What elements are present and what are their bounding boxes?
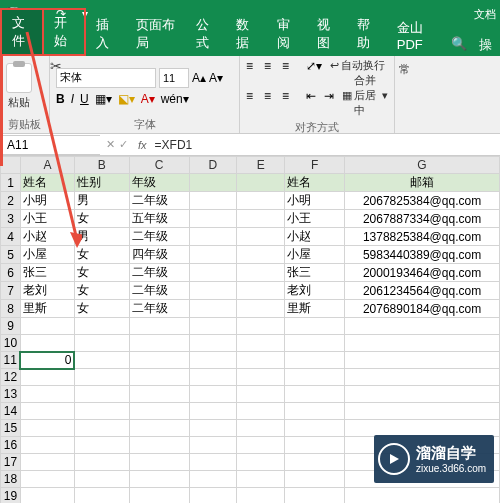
cell[interactable]: 2061234564@qq.com <box>345 282 500 300</box>
cell[interactable] <box>285 437 345 454</box>
cut-icon[interactable]: ✂ <box>50 58 62 74</box>
cell[interactable] <box>189 352 237 369</box>
wrap-text-button[interactable]: ↩自动换行 <box>330 58 385 73</box>
cell[interactable]: 小屋 <box>20 246 74 264</box>
cell[interactable]: 2000193464@qq.com <box>345 264 500 282</box>
row-header[interactable]: 17 <box>1 454 21 471</box>
cell[interactable]: 小赵 <box>285 228 345 246</box>
align-middle-icon[interactable]: ≡ <box>264 59 280 73</box>
ops-text[interactable]: 操 <box>475 34 496 56</box>
cell[interactable]: 女 <box>74 282 129 300</box>
cell[interactable] <box>345 352 500 369</box>
grow-font-icon[interactable]: A▴ <box>192 71 206 85</box>
cell[interactable]: 性别 <box>74 174 129 192</box>
cell[interactable]: 老刘 <box>285 282 345 300</box>
tab-file[interactable]: 文件 <box>0 8 44 56</box>
cell[interactable] <box>237 386 285 403</box>
row-header[interactable]: 16 <box>1 437 21 454</box>
align-bottom-icon[interactable]: ≡ <box>282 59 298 73</box>
cell[interactable] <box>189 420 237 437</box>
row-header[interactable]: 5 <box>1 246 21 264</box>
cell[interactable] <box>285 352 345 369</box>
cell[interactable]: 里斯 <box>20 300 74 318</box>
cell[interactable] <box>345 386 500 403</box>
cell[interactable] <box>237 264 285 282</box>
select-all-corner[interactable] <box>1 157 21 174</box>
cell[interactable] <box>237 454 285 471</box>
cell[interactable] <box>20 386 74 403</box>
tab-formula[interactable]: 公式 <box>186 12 226 56</box>
row-header[interactable]: 7 <box>1 282 21 300</box>
search-icon[interactable]: 🔍 <box>447 34 471 56</box>
cell[interactable] <box>237 282 285 300</box>
cell[interactable] <box>285 318 345 335</box>
cell[interactable] <box>237 403 285 420</box>
cell[interactable] <box>237 437 285 454</box>
cell[interactable] <box>129 386 189 403</box>
cell[interactable]: 2076890184@qq.com <box>345 300 500 318</box>
cell[interactable]: 老刘 <box>20 282 74 300</box>
cell[interactable]: 姓名 <box>285 174 345 192</box>
cell[interactable]: 小王 <box>285 210 345 228</box>
fill-color-button[interactable]: ⬕▾ <box>118 92 135 106</box>
cell[interactable] <box>74 420 129 437</box>
cell[interactable]: 2067825384@qq.com <box>345 192 500 210</box>
cell[interactable] <box>129 437 189 454</box>
row-header[interactable]: 18 <box>1 471 21 488</box>
cell[interactable] <box>20 318 74 335</box>
cell[interactable] <box>20 437 74 454</box>
tab-review[interactable]: 审阅 <box>267 12 307 56</box>
cell[interactable] <box>237 192 285 210</box>
cell[interactable] <box>129 318 189 335</box>
cell[interactable] <box>189 437 237 454</box>
cell[interactable]: 二年级 <box>129 282 189 300</box>
cell[interactable] <box>237 228 285 246</box>
cell[interactable] <box>285 335 345 352</box>
cell[interactable]: 邮箱 <box>345 174 500 192</box>
cell[interactable]: 二年级 <box>129 264 189 282</box>
cell[interactable]: 5983440389@qq.com <box>345 246 500 264</box>
cell[interactable] <box>129 471 189 488</box>
cell[interactable]: 男 <box>74 192 129 210</box>
cell[interactable] <box>189 403 237 420</box>
cell[interactable] <box>285 454 345 471</box>
cell[interactable] <box>189 300 237 318</box>
cell[interactable]: 姓名 <box>20 174 74 192</box>
tab-pdf[interactable]: 金山PDF <box>387 15 447 56</box>
cell[interactable] <box>129 369 189 386</box>
cell[interactable]: 里斯 <box>285 300 345 318</box>
cell[interactable]: 小明 <box>285 192 345 210</box>
cell[interactable] <box>74 471 129 488</box>
cell[interactable] <box>189 335 237 352</box>
cell[interactable]: 女 <box>74 264 129 282</box>
row-header[interactable]: 10 <box>1 335 21 352</box>
cell[interactable] <box>189 318 237 335</box>
cell[interactable] <box>189 386 237 403</box>
fx-icon[interactable]: fx <box>134 139 151 151</box>
border-button[interactable]: ▦▾ <box>95 92 112 106</box>
cell[interactable] <box>237 318 285 335</box>
tab-layout[interactable]: 页面布局 <box>126 12 186 56</box>
col-header-A[interactable]: A <box>20 157 74 174</box>
cell[interactable] <box>74 352 129 369</box>
increase-indent-icon[interactable]: ⇥ <box>324 89 334 103</box>
accept-formula-icon[interactable]: ✓ <box>119 138 128 151</box>
cell[interactable] <box>20 335 74 352</box>
tab-data[interactable]: 数据 <box>226 12 266 56</box>
cell[interactable] <box>74 488 129 504</box>
cell[interactable] <box>189 488 237 504</box>
cell[interactable] <box>20 488 74 504</box>
cell[interactable] <box>285 420 345 437</box>
cell[interactable] <box>189 192 237 210</box>
cell[interactable] <box>345 335 500 352</box>
cell[interactable] <box>189 246 237 264</box>
cell[interactable] <box>237 488 285 504</box>
cell[interactable]: 女 <box>74 246 129 264</box>
row-header[interactable]: 4 <box>1 228 21 246</box>
row-header[interactable]: 14 <box>1 403 21 420</box>
cell[interactable]: 小屋 <box>285 246 345 264</box>
cell[interactable] <box>345 488 500 504</box>
row-header[interactable]: 6 <box>1 264 21 282</box>
bold-button[interactable]: B <box>56 92 65 106</box>
cell[interactable] <box>20 369 74 386</box>
